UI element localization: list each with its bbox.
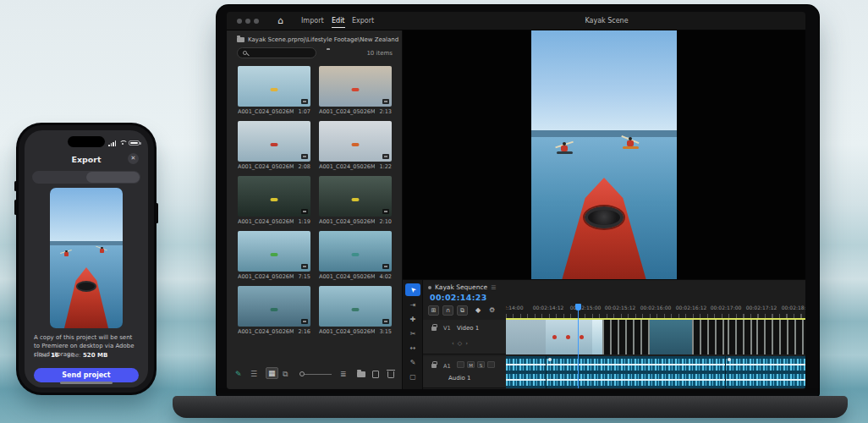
pan-icon[interactable]	[457, 361, 464, 368]
clip-item[interactable]: A001_C024_05026M.RDC...2:16	[238, 286, 310, 335]
timeline-toolbar: ➤ ⇥ ✚ ✂ ↔ ✎ ▢	[403, 280, 423, 389]
clip-thumbnail[interactable]	[238, 176, 310, 217]
ruler-label: 00:02:17:00	[711, 305, 742, 310]
video-track-name[interactable]: Video 1	[457, 325, 479, 332]
sequence-tab[interactable]: Kayak Sequence ☰	[428, 283, 496, 292]
phone-mute-switch	[14, 181, 17, 191]
playhead-timecode[interactable]: 00:02:14:23	[430, 293, 487, 302]
clip-thumbnail[interactable]	[319, 176, 392, 217]
timeline-panel: ➤ ⇥ ✚ ✂ ↔ ✎ ▢ Kayak Sequence ☰ 00:02:14:…	[403, 279, 805, 389]
video-track-clips[interactable]	[506, 320, 805, 354]
panel-menu-icon[interactable]: ☰	[491, 284, 496, 291]
clip-duration: 2:10	[379, 218, 392, 225]
razor-tool[interactable]: ✂	[405, 327, 420, 340]
window-close-icon[interactable]	[237, 19, 242, 24]
ripple-edit-tool[interactable]: ✚	[405, 313, 420, 326]
nest-sequences-button[interactable]: ⊞	[428, 305, 439, 316]
home-indicator[interactable]	[60, 382, 113, 384]
window-minimize-icon[interactable]	[245, 19, 250, 24]
hand-tool[interactable]: ▢	[405, 371, 420, 383]
clip-thumbnail[interactable]	[238, 231, 310, 272]
program-video-frame[interactable]	[531, 30, 677, 279]
lock-icon[interactable]	[431, 364, 437, 368]
clip-thumbnail[interactable]	[238, 66, 310, 107]
playhead[interactable]	[578, 304, 579, 388]
clip-thumbnail[interactable]	[319, 286, 392, 327]
export-segment-selected[interactable]	[86, 172, 140, 183]
ruler-label: 00:02:14:12	[533, 305, 564, 310]
camera-badge-icon	[382, 319, 389, 324]
list-view-button[interactable]: ☰	[250, 369, 257, 379]
new-item-icon[interactable]	[372, 371, 379, 378]
ruler-label: 02:14:00	[506, 305, 523, 310]
freeform-view-button[interactable]: ⧉	[283, 369, 288, 379]
timeline-settings-wrench-icon[interactable]: ⚙	[489, 305, 495, 316]
linked-selection-button[interactable]: ⧉	[457, 305, 468, 316]
track-select-forward-tool[interactable]: ⇥	[405, 299, 420, 311]
clip-duration: 1:19	[298, 218, 310, 225]
clip-item[interactable]: A001_C024_05026M.RDC...2:10	[319, 176, 392, 225]
video-sky	[531, 30, 677, 130]
export-segmented-control[interactable]	[32, 171, 140, 184]
clip-duration: 1:22	[379, 163, 392, 170]
kayak-hatch	[76, 281, 96, 292]
clip-thumbnail[interactable]	[238, 121, 310, 162]
camera-badge-icon	[301, 264, 308, 269]
clip-duration: 2:16	[298, 328, 310, 335]
window-zoom-icon[interactable]	[254, 19, 259, 24]
video-track-header[interactable]: V1 Video 1 ‹◇›	[423, 320, 506, 354]
time-ruler[interactable]: 02:14:00 00:02:14:12 00:02:15:00 00:02:1…	[506, 304, 805, 318]
clip-item[interactable]: A001_C024_05026M.RDC...4:02	[319, 231, 392, 280]
audio-track-id[interactable]: A1	[443, 363, 451, 370]
video-sky	[50, 188, 123, 241]
clip-thumbnail[interactable]	[319, 66, 392, 107]
trash-icon[interactable]	[387, 371, 394, 378]
mute-button[interactable]: M	[467, 361, 475, 368]
send-project-button[interactable]: Send project	[34, 368, 139, 382]
clip-item[interactable]: A001_C024_05026M.RDC...3:15	[319, 286, 392, 335]
clip-duration: 2:13	[379, 108, 392, 115]
clip-thumbnail[interactable]	[238, 286, 310, 327]
clip-name: A001_C024_05026M.RDC...	[319, 328, 375, 335]
audio-track-name[interactable]: Audio 1	[448, 375, 471, 382]
clip-item[interactable]: A001_C024_05026M.RDC...1:19	[238, 176, 310, 225]
cellular-signal-icon	[108, 140, 117, 146]
voiceover-mic-icon[interactable]	[487, 361, 495, 368]
sort-icon[interactable]: ≣	[340, 369, 347, 379]
menu-import[interactable]: Import	[301, 16, 324, 25]
audio-track-header[interactable]: A1 M S Audio 1	[423, 356, 506, 388]
solo-button[interactable]: S	[477, 361, 485, 368]
clip-item[interactable]: A001_C024_05026M.RDC...1:22	[319, 121, 392, 170]
icon-view-button[interactable]: ▦	[266, 367, 278, 379]
audio-track-clips[interactable]	[506, 356, 805, 388]
new-bin-icon[interactable]	[357, 371, 365, 377]
lock-icon[interactable]	[431, 327, 437, 331]
clip-item[interactable]: A001_C024_05026M.RDC...7:15	[238, 231, 310, 280]
menu-edit[interactable]: Edit	[332, 16, 345, 28]
camera-badge-icon	[301, 154, 308, 159]
clip-thumbnail[interactable]	[319, 231, 392, 272]
phone: Export ✕ A copy of this project will be …	[19, 125, 154, 393]
add-marker-button[interactable]: ◆	[475, 305, 481, 316]
thumbnail-zoom-slider[interactable]	[301, 374, 332, 375]
clip-item[interactable]: A001_C024_05026M.RDC...1:07	[238, 66, 310, 115]
video-track-id[interactable]: V1	[443, 325, 451, 332]
selection-tool[interactable]: ➤	[405, 283, 420, 296]
files-value: 16	[51, 352, 59, 359]
snap-button[interactable]: ∩	[442, 305, 453, 316]
home-icon[interactable]: ⌂	[277, 15, 283, 27]
project-panel-toolbar: ✎ ☰ ▦ ⧉ ≣	[227, 367, 403, 382]
clip-thumbnail[interactable]	[319, 121, 392, 162]
laptop-base	[173, 396, 848, 418]
breadcrumb[interactable]: Kayak Scene.prproj\Lifestyle Footage\New…	[237, 36, 399, 44]
close-icon[interactable]: ✕	[128, 153, 139, 164]
clip-item[interactable]: A001_C024_05026M.RDC...2:08	[238, 121, 310, 170]
menu-export[interactable]: Export	[352, 16, 374, 25]
clip-item[interactable]: A001_C024_05026M.RDC...2:13	[319, 66, 392, 115]
pen-tool[interactable]: ✎	[405, 356, 420, 369]
slider-knob[interactable]	[299, 371, 305, 376]
clip-nav-arrows[interactable]: ‹◇›	[452, 340, 471, 347]
search-input[interactable]	[237, 47, 316, 58]
slip-tool[interactable]: ↔	[405, 342, 420, 354]
clip-duration: 3:15	[379, 328, 392, 335]
